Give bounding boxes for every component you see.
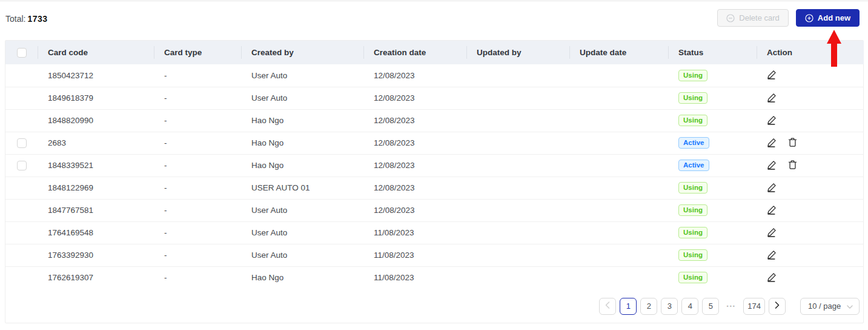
- trash-icon[interactable]: [787, 160, 798, 170]
- status-badge: Active: [678, 160, 709, 171]
- creation-date-cell: 11/08/2023: [364, 266, 467, 289]
- chevron-left-icon: [605, 301, 610, 311]
- card-type-cell: -: [154, 221, 242, 244]
- edit-icon[interactable]: [767, 204, 777, 215]
- table-row: 1850423712-User Auto12/08/2023Using: [5, 64, 864, 87]
- row-checkbox-cell: [5, 266, 38, 289]
- creation-date-cell: 12/08/2023: [364, 132, 467, 154]
- card-type-cell: -: [154, 199, 242, 221]
- card-type-cell: -: [154, 64, 242, 87]
- status-cell: Using: [669, 177, 757, 199]
- column-header-status: Status: [669, 41, 757, 64]
- edit-icon[interactable]: [767, 69, 777, 79]
- table-row: 1848339521-Hao Ngo12/08/2023Active: [5, 154, 864, 177]
- card-type-cell: -: [154, 244, 242, 266]
- status-badge: Using: [678, 182, 707, 194]
- action-cell: [757, 221, 864, 244]
- edit-icon[interactable]: [767, 182, 777, 192]
- edit-icon[interactable]: [767, 137, 777, 147]
- edit-icon[interactable]: [767, 160, 777, 170]
- table-header-row: Card codeCard typeCreated byCreation dat…: [5, 41, 864, 64]
- card-code-cell: 1850423712: [38, 64, 154, 87]
- status-badge: Using: [678, 227, 707, 238]
- action-cell: [757, 154, 864, 177]
- update-date-cell: [570, 177, 669, 199]
- red-arrow-annotation: [827, 30, 841, 44]
- updated-by-cell: [467, 266, 570, 289]
- updated-by-cell: [467, 199, 570, 221]
- update-date-cell: [570, 154, 669, 177]
- card-type-cell: -: [154, 154, 242, 177]
- edit-icon[interactable]: [767, 249, 777, 260]
- pagination-next-button[interactable]: [769, 298, 786, 315]
- row-checkbox-cell: [5, 87, 38, 109]
- column-header-created-by: Created by: [242, 41, 364, 64]
- status-cell: Using: [669, 64, 757, 87]
- status-cell: Using: [669, 109, 757, 132]
- status-badge: Active: [678, 137, 709, 149]
- table-row: 1849618379-User Auto12/08/2023Using: [5, 87, 864, 109]
- total-count: Total:1733: [5, 14, 48, 24]
- creation-date-cell: 11/08/2023: [364, 221, 467, 244]
- column-header-card-type: Card type: [154, 41, 242, 64]
- card-code-cell: 1763392930: [38, 244, 154, 266]
- red-arrow-annotation-shaft: [831, 42, 837, 67]
- pagination-prev-button[interactable]: [599, 298, 616, 315]
- row-checkbox-cell: [5, 244, 38, 266]
- row-checkbox-cell: [5, 177, 38, 199]
- pagination-ellipsis[interactable]: •••: [723, 298, 740, 315]
- pagination-page-5[interactable]: 5: [702, 298, 719, 315]
- page-size-select[interactable]: 10 / page: [800, 298, 860, 315]
- created-by-cell: Hao Ngo: [242, 154, 364, 177]
- update-date-cell: [570, 244, 669, 266]
- row-checkbox[interactable]: [17, 161, 27, 170]
- status-cell: Using: [669, 266, 757, 289]
- card-code-cell: 2683: [38, 132, 154, 154]
- pagination-page-174[interactable]: 174: [743, 298, 765, 315]
- edit-icon[interactable]: [767, 115, 777, 125]
- update-date-cell: [570, 132, 669, 154]
- status-badge: Using: [678, 115, 707, 126]
- edit-icon[interactable]: [767, 227, 777, 237]
- row-checkbox-cell: [5, 221, 38, 244]
- update-date-cell: [570, 221, 669, 244]
- pagination-page-2[interactable]: 2: [640, 298, 657, 315]
- trash-icon[interactable]: [787, 137, 798, 147]
- card-type-cell: -: [154, 266, 242, 289]
- add-new-button[interactable]: Add new: [796, 9, 860, 27]
- row-checkbox-cell: [5, 64, 38, 87]
- created-by-cell: User Auto: [242, 244, 364, 266]
- column-header-action: Action: [757, 41, 864, 64]
- card-code-cell: 1848820990: [38, 109, 154, 132]
- select-all-cell: [5, 41, 38, 64]
- plus-circle-icon: [805, 14, 813, 22]
- status-cell: Using: [669, 244, 757, 266]
- update-date-cell: [570, 109, 669, 132]
- select-all-checkbox[interactable]: [17, 48, 27, 58]
- creation-date-cell: 12/08/2023: [364, 199, 467, 221]
- status-badge: Using: [678, 204, 707, 216]
- card-code-cell: 1849618379: [38, 87, 154, 109]
- action-cell: [757, 109, 864, 132]
- pagination-page-4[interactable]: 4: [681, 298, 698, 315]
- update-date-cell: [570, 199, 669, 221]
- edit-icon[interactable]: [767, 272, 777, 282]
- table-row: 2683-Hao Ngo12/08/2023Active: [5, 132, 864, 154]
- edit-icon[interactable]: [767, 92, 777, 103]
- updated-by-cell: [467, 154, 570, 177]
- row-checkbox-cell: [5, 154, 38, 177]
- row-checkbox-cell: [5, 109, 38, 132]
- created-by-cell: User Auto: [242, 87, 364, 109]
- action-cell: [757, 199, 864, 221]
- pagination-page-1[interactable]: 1: [620, 298, 637, 315]
- add-new-label: Add new: [818, 13, 850, 22]
- updated-by-cell: [467, 109, 570, 132]
- pagination-page-3[interactable]: 3: [661, 298, 678, 315]
- status-badge: Using: [678, 272, 707, 283]
- pagination: 12345•••17410 / page: [5, 289, 863, 323]
- card-code-cell: 1847767581: [38, 199, 154, 221]
- column-header-creation-date: Creation date: [364, 41, 467, 64]
- column-header-updated-by: Updated by: [467, 41, 570, 64]
- row-checkbox[interactable]: [17, 138, 27, 148]
- delete-card-button[interactable]: Delete card: [717, 9, 788, 27]
